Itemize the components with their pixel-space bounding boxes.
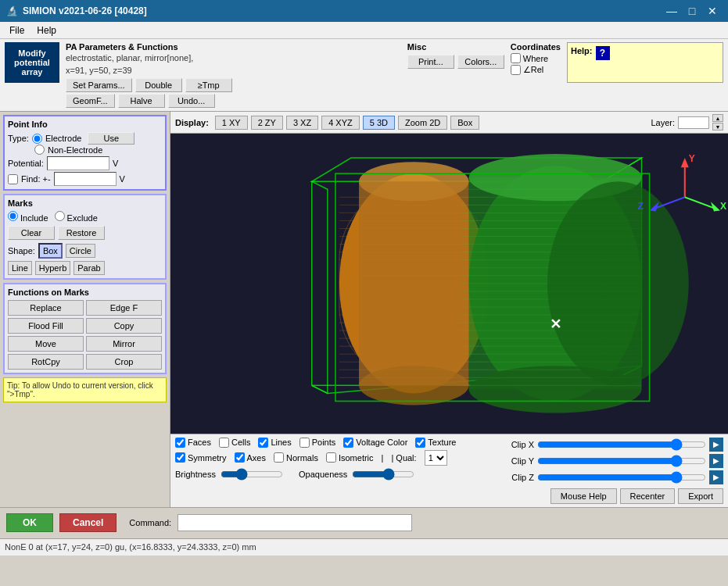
clip-x-label: Clip X <box>504 440 534 449</box>
texture-checkbox[interactable]: Texture <box>415 438 456 448</box>
minimize-button[interactable]: — <box>662 3 681 19</box>
lines-check[interactable] <box>258 438 268 448</box>
maximize-button[interactable]: □ <box>683 3 701 19</box>
voltage-color-check[interactable] <box>343 438 353 448</box>
move-button[interactable]: Move <box>8 336 84 352</box>
tmp-button[interactable]: ≥Tmp <box>185 78 232 92</box>
rel-checkbox[interactable]: ∠Rel <box>511 65 561 75</box>
clip-y-slider[interactable] <box>537 456 706 466</box>
pa-info1: electrostatic, planar, mirror[none], <box>66 53 401 63</box>
edge-f-button[interactable]: Edge F <box>86 300 162 316</box>
shape-parab-button[interactable]: Parab <box>74 261 104 275</box>
menu-file[interactable]: File <box>3 23 30 38</box>
clip-y-arrow[interactable]: ▶ <box>709 454 723 468</box>
marks-title: Marks <box>8 198 162 208</box>
potential-input[interactable]: 0 <box>47 156 109 170</box>
symmetry-checkbox[interactable]: Symmetry <box>175 452 227 463</box>
layer-input[interactable]: 0 <box>678 116 709 129</box>
layer-down-button[interactable]: ▼ <box>712 123 723 130</box>
cancel-button[interactable]: Cancel <box>59 513 117 532</box>
menu-help[interactable]: Help <box>30 23 63 38</box>
cells-check[interactable] <box>219 438 229 448</box>
cells-checkbox[interactable]: Cells <box>219 438 250 448</box>
halve-button[interactable]: Halve <box>118 94 165 108</box>
exclude-radio-label[interactable]: Exclude <box>55 211 98 223</box>
display-5-3d-button[interactable]: 5 3D <box>363 116 395 130</box>
mouse-help-button[interactable]: Mouse Help <box>550 488 617 504</box>
colors-button[interactable]: Colors... <box>457 55 504 69</box>
axes-label: Axes <box>247 453 266 463</box>
copy-button[interactable]: Copy <box>86 318 162 334</box>
normals-check[interactable] <box>274 452 284 463</box>
symmetry-check[interactable] <box>175 452 185 463</box>
shape-line-button[interactable]: Line <box>8 261 32 275</box>
non-electrode-radio[interactable] <box>34 145 45 155</box>
view-area: Display: 1 XY 2 ZY 3 XZ 4 XYZ 5 3D Zoom … <box>170 112 728 507</box>
print-button[interactable]: Print... <box>407 55 454 69</box>
box-button[interactable]: Box <box>450 116 479 130</box>
points-check[interactable] <box>299 438 310 448</box>
isometric-check[interactable] <box>326 452 336 463</box>
clip-z-label: Clip Z <box>504 473 534 482</box>
restore-button[interactable]: Restore <box>58 226 105 240</box>
brightness-slider[interactable] <box>221 468 283 481</box>
symmetry-label: Symmetry <box>188 453 227 463</box>
clip-x-arrow[interactable]: ▶ <box>709 438 723 452</box>
crop-button[interactable]: Crop <box>86 354 162 370</box>
exclude-radio[interactable] <box>55 211 65 221</box>
set-params-button[interactable]: Set Params... <box>66 78 132 92</box>
clear-button[interactable]: Clear <box>8 226 55 240</box>
double-button[interactable]: Double <box>135 78 182 92</box>
clip-x-slider[interactable] <box>537 439 706 450</box>
display-3xz-button[interactable]: 3 XZ <box>286 116 318 130</box>
points-checkbox[interactable]: Points <box>299 438 336 448</box>
layer-up-button[interactable]: ▲ <box>712 114 723 122</box>
shape-box-button[interactable]: Box <box>38 243 63 259</box>
find-unit: V <box>120 174 125 184</box>
flood-fill-button[interactable]: Flood Fill <box>8 318 84 334</box>
ok-button[interactable]: OK <box>6 513 53 532</box>
brightness-label: Brightness <box>175 470 216 479</box>
command-input[interactable] <box>178 514 412 531</box>
normals-checkbox[interactable]: Normals <box>274 452 318 463</box>
isometric-checkbox[interactable]: Isometric <box>326 452 374 463</box>
normals-label: Normals <box>286 453 318 463</box>
use-button[interactable]: Use <box>88 132 134 145</box>
export-button[interactable]: Export <box>678 488 723 504</box>
voltage-color-checkbox[interactable]: Voltage Color <box>343 438 407 448</box>
include-radio-label[interactable]: Include <box>8 211 48 223</box>
canvas-3d[interactable]: ✕ Y X Z <box>170 134 728 434</box>
electrode-radio[interactable] <box>32 134 42 144</box>
faces-check[interactable] <box>175 438 185 448</box>
replace-button[interactable]: Replace <box>8 300 84 316</box>
find-input[interactable]: 0 <box>54 172 117 186</box>
rel-check[interactable] <box>511 65 521 75</box>
rotcpy-button[interactable]: RotCpy <box>8 354 84 370</box>
mirror-button[interactable]: Mirror <box>86 336 162 352</box>
undo-button[interactable]: Undo... <box>168 94 215 108</box>
qual-select[interactable]: 1 2 3 4 <box>425 450 447 466</box>
display-1xy-button[interactable]: 1 XY <box>215 116 248 130</box>
display-2zy-button[interactable]: 2 ZY <box>251 116 283 130</box>
geomf-button[interactable]: GeomF... <box>66 94 115 108</box>
texture-check[interactable] <box>415 438 425 448</box>
faces-checkbox[interactable]: Faces <box>175 438 211 448</box>
zoom-2d-button[interactable]: Zoom 2D <box>398 116 447 130</box>
help-button[interactable]: ? <box>596 46 610 60</box>
clip-z-slider[interactable] <box>537 472 706 483</box>
shape-circle-button[interactable]: Circle <box>66 244 95 258</box>
close-button[interactable]: ✕ <box>703 3 722 19</box>
where-checkbox[interactable]: Where <box>511 53 561 63</box>
where-check[interactable] <box>511 53 521 63</box>
clip-z-arrow[interactable]: ▶ <box>709 470 723 484</box>
shape-hyperb-button[interactable]: Hyperb <box>35 261 70 275</box>
axes-checkbox[interactable]: Axes <box>235 452 266 463</box>
display-4xyz-button[interactable]: 4 XYZ <box>321 116 360 130</box>
recenter-button[interactable]: Recenter <box>620 488 676 504</box>
svg-point-64 <box>547 181 689 385</box>
axes-check[interactable] <box>235 452 245 463</box>
opaqueness-slider[interactable] <box>352 468 414 481</box>
find-checkbox[interactable] <box>8 174 18 184</box>
lines-checkbox[interactable]: Lines <box>258 438 291 448</box>
include-radio[interactable] <box>8 211 18 221</box>
